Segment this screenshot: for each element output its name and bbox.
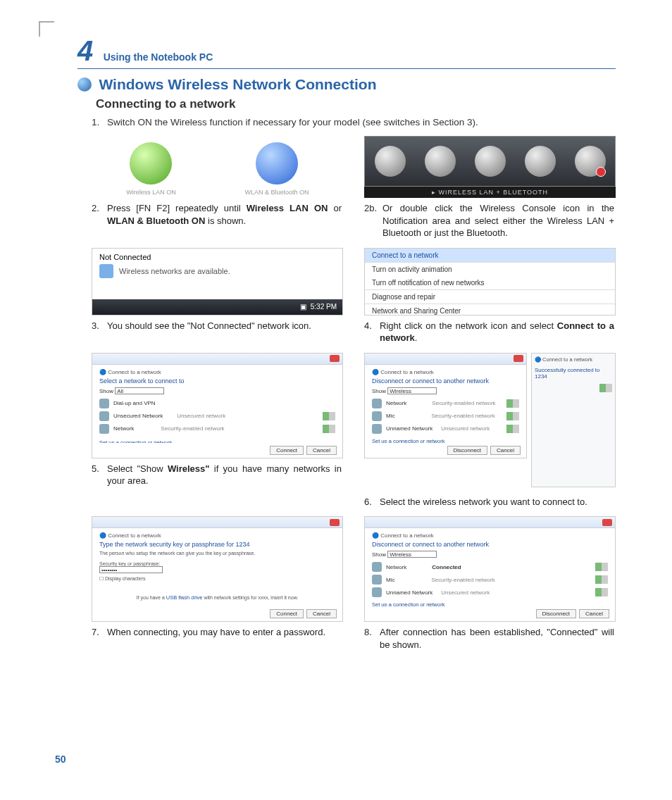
close-icon[interactable] [602, 519, 612, 526]
step-3: 3.You should see the "Not Connected" net… [92, 320, 343, 332]
close-icon[interactable] [330, 519, 340, 526]
chapter-header: 4 Using the Notebook PC [77, 35, 616, 69]
step-1: 1.Switch ON the Wireless function if nec… [92, 117, 616, 127]
osd-icon [475, 146, 506, 177]
osd-arrow-icon: ▸ [432, 189, 439, 196]
osd-icon [525, 146, 556, 177]
section-subheading: Connecting to a network [96, 97, 616, 111]
cancel-button[interactable]: Cancel [579, 609, 609, 618]
osd-icon [425, 146, 456, 177]
figure-context-menu: Connect to a network Turn on activity an… [364, 248, 616, 315]
network-row[interactable]: Dial-up and VPN [99, 397, 335, 410]
chapter-title: Using the Notebook PC [104, 51, 213, 67]
disconnect-button[interactable]: Disconnect [536, 609, 577, 618]
section-heading: Windows Wireless Network Connection [99, 76, 376, 92]
tray-clock: 5:32 PM [311, 303, 337, 311]
menu-item[interactable]: Turn on activity animation [365, 262, 615, 276]
menu-item[interactable]: Turn off notification of new networks [365, 276, 615, 289]
step-5: 5.Select "Show Wireless" if you have man… [92, 463, 343, 487]
step-2: 2.Press [FN F2] repeatedly until Wireles… [92, 202, 343, 227]
show-dropdown[interactable]: Wireless [387, 387, 437, 394]
figure-osd-bar: ▸ WIRELESS LAN + BLUETOOTH [364, 136, 616, 198]
cancel-button[interactable]: Cancel [490, 446, 521, 455]
network-row[interactable]: Unsecured Network Unsecured network [99, 410, 335, 423]
network-row[interactable]: Network Connected [372, 561, 608, 573]
usb-link[interactable]: USB flash drive [166, 594, 203, 601]
connect-button[interactable]: Connect [270, 446, 304, 455]
figure-success-box: 🔵 Connect to a network Successfully conn… [531, 353, 616, 487]
osd-icon [375, 146, 406, 177]
menu-item[interactable]: Connect to a network [365, 249, 615, 262]
connect-button[interactable]: Connect [270, 609, 304, 618]
menu-item[interactable]: Network and Sharing Center [365, 304, 615, 315]
network-row[interactable]: Mic Security-enabled network [372, 573, 608, 586]
step-6: 6.Select the wireless network you want t… [364, 496, 616, 508]
close-icon[interactable] [330, 355, 340, 362]
balloon-title: Not Connected [99, 253, 335, 261]
passphrase-input[interactable]: •••••••• [99, 566, 163, 573]
taskbar: ▣ 5:32 PM [92, 299, 342, 315]
figure-enter-passkey: 🔵 Connect to a network Type the network … [92, 516, 343, 622]
cancel-button[interactable]: Cancel [306, 609, 337, 618]
wlan-bluetooth-on-icon [256, 142, 298, 185]
network-row[interactable]: Mic Security-enabled network [372, 410, 519, 423]
step-8: 8.After connection has been established,… [364, 626, 616, 651]
figure-osd-icons: Wireless LAN ON WLAN & Bluetooth ON [92, 136, 343, 198]
balloon-message: Wireless networks are available. [119, 267, 230, 275]
cancel-button[interactable]: Cancel [306, 446, 337, 455]
network-row[interactable]: Unnamed Network Unsecured network [372, 586, 608, 599]
step-2b: 2b.Or double click the Wireless Console … [364, 202, 616, 239]
step-4: 4.Right click on the network icon and se… [364, 320, 616, 344]
link[interactable]: Set up a connection or network [372, 438, 519, 443]
network-row[interactable]: Network Security-enabled network [372, 397, 519, 410]
globe-icon [77, 77, 92, 92]
wireless-lan-on-icon [130, 142, 172, 185]
step-7: 7.When connecting, you may have to enter… [92, 626, 343, 639]
show-dropdown[interactable]: Wireless [387, 551, 437, 558]
network-row[interactable]: Network Security-enabled network [99, 423, 335, 435]
menu-item[interactable]: Diagnose and repair [365, 289, 615, 304]
network-icon [99, 264, 113, 278]
figure-connected: 🔵 Connect to a network Disconnect or con… [364, 516, 616, 622]
figure-not-connected: Not Connected Wireless networks are avai… [92, 248, 343, 315]
close-icon[interactable] [514, 355, 523, 362]
tray-network-icon[interactable]: ▣ [300, 303, 306, 311]
osd-icon-disabled [575, 146, 606, 177]
figure-select-network: 🔵 Connect to a network Select a network … [92, 353, 343, 458]
display-chars-checkbox[interactable]: ☐ Display characters [99, 576, 335, 582]
disconnect-button[interactable]: Disconnect [447, 446, 488, 455]
show-dropdown[interactable]: All [115, 387, 164, 394]
link[interactable]: Set up a connection or network [372, 601, 608, 606]
figure-disconnect-network: 🔵 Connect to a network Disconnect or con… [364, 353, 527, 458]
network-row[interactable]: Unnamed Network Unsecured network [372, 423, 519, 435]
page-number: 50 [55, 754, 66, 765]
chapter-number: 4 [77, 35, 93, 67]
